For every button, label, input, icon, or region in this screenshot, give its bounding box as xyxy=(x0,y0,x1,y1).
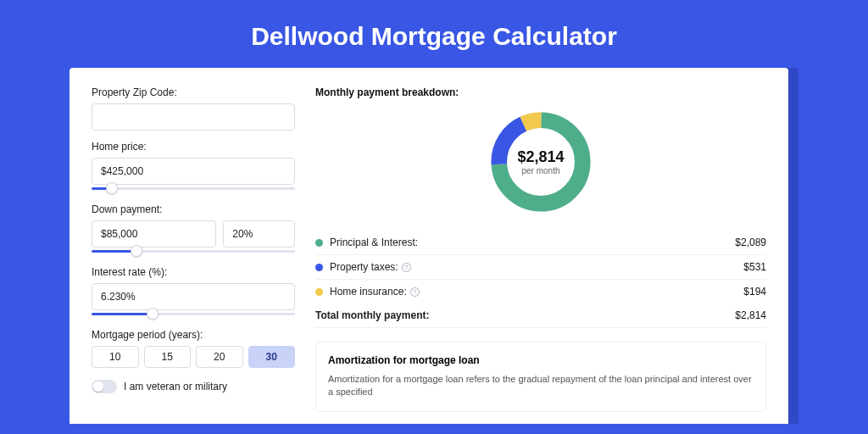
zip-field: Property Zip Code: xyxy=(92,86,295,131)
amortization-title: Amortization for mortgage loan xyxy=(328,354,754,366)
page-title: Dellwood Mortgage Calculator xyxy=(0,0,868,68)
zip-label: Property Zip Code: xyxy=(92,86,295,98)
legend-dot xyxy=(315,239,323,247)
interest-label: Interest rate (%): xyxy=(92,266,295,278)
down-payment-field: Down payment: xyxy=(92,203,295,256)
breakdown-title: Monthly payment breakdown: xyxy=(315,86,766,98)
breakdown-column: Monthly payment breakdown: $2,814 per mo… xyxy=(315,86,766,424)
info-icon[interactable]: ? xyxy=(410,287,420,297)
home-price-slider[interactable] xyxy=(92,183,295,193)
veteran-toggle[interactable] xyxy=(92,380,117,393)
down-payment-slider[interactable] xyxy=(92,246,295,256)
breakdown-label: Home insurance: ? xyxy=(330,286,743,298)
total-label: Total monthly payment: xyxy=(315,309,735,321)
breakdown-list: Principal & Interest: $2,089Property tax… xyxy=(315,231,766,303)
calculator-card: Property Zip Code: Home price: Down paym… xyxy=(70,68,788,424)
breakdown-value: $531 xyxy=(743,261,766,273)
breakdown-row: Home insurance: ?$194 xyxy=(315,280,766,303)
donut-center: $2,814 per month xyxy=(517,148,564,175)
period-btn-15[interactable]: 15 xyxy=(144,346,192,368)
donut-value: $2,814 xyxy=(517,148,564,166)
down-payment-label: Down payment: xyxy=(92,203,295,215)
breakdown-row: Principal & Interest: $2,089 xyxy=(315,231,766,255)
legend-dot xyxy=(315,264,323,271)
amortization-box: Amortization for mortgage loan Amortizat… xyxy=(315,342,766,412)
donut-chart: $2,814 per month xyxy=(315,107,766,217)
interest-input[interactable] xyxy=(92,283,295,310)
period-label: Mortgage period (years): xyxy=(92,329,295,341)
down-payment-amount-input[interactable] xyxy=(92,220,216,248)
home-price-label: Home price: xyxy=(92,141,295,153)
interest-slider[interactable] xyxy=(92,309,295,319)
info-icon[interactable]: ? xyxy=(402,263,411,272)
period-buttons: 10152030 xyxy=(92,346,295,368)
breakdown-value: $194 xyxy=(743,286,766,298)
total-value: $2,814 xyxy=(735,309,766,321)
period-field: Mortgage period (years): 10152030 xyxy=(92,329,295,368)
breakdown-value: $2,089 xyxy=(735,236,766,248)
period-btn-20[interactable]: 20 xyxy=(196,346,243,368)
period-btn-10[interactable]: 10 xyxy=(92,346,139,368)
form-column: Property Zip Code: Home price: Down paym… xyxy=(92,86,295,424)
veteran-row: I am veteran or military xyxy=(92,380,295,393)
down-payment-pct-input[interactable] xyxy=(223,220,295,248)
amortization-text: Amortization for a mortgage loan refers … xyxy=(328,373,754,399)
toggle-knob xyxy=(93,381,103,392)
breakdown-label: Property taxes: ? xyxy=(330,261,743,273)
home-price-field: Home price: xyxy=(92,141,295,193)
legend-dot xyxy=(315,288,323,296)
breakdown-label: Principal & Interest: xyxy=(330,236,735,248)
period-btn-30[interactable]: 30 xyxy=(248,346,296,368)
total-row: Total monthly payment: $2,814 xyxy=(315,303,766,328)
zip-input[interactable] xyxy=(92,103,295,131)
interest-field: Interest rate (%): xyxy=(92,266,295,319)
veteran-label: I am veteran or military xyxy=(124,381,227,392)
breakdown-row: Property taxes: ?$531 xyxy=(315,255,766,280)
donut-per-month: per month xyxy=(517,166,564,175)
card-shadow: Property Zip Code: Home price: Down paym… xyxy=(70,68,798,424)
home-price-input[interactable] xyxy=(92,158,295,185)
